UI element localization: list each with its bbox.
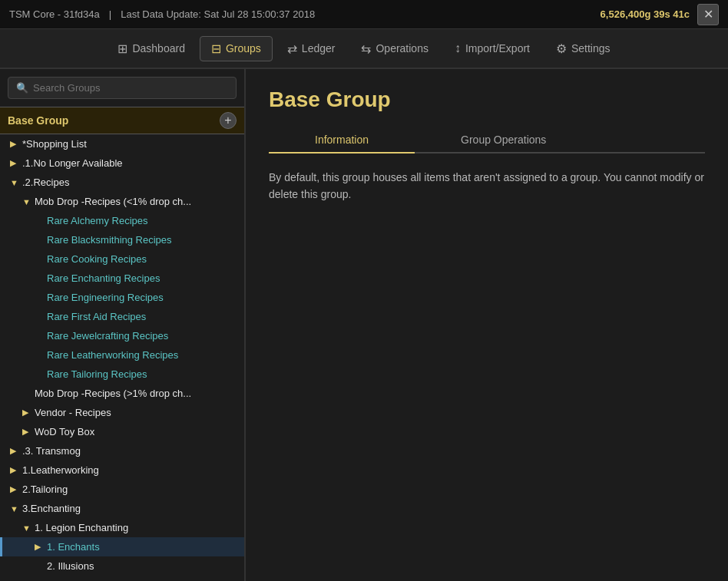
label-enchants: 1. Enchants [47,541,100,553]
tree-item-enchanting[interactable]: ▼3.Enchanting [0,499,244,518]
navbar: ⊞ Dashboard⊟ Groups⇄ Ledger⇆ Operations↕… [0,29,728,69]
tree-item-illusions[interactable]: 2. Illusions [0,556,244,576]
ledger-nav-icon: ⇄ [287,41,297,56]
toggle-enchants: ▶ [35,542,44,552]
toggle-transmog: ▶ [10,446,19,456]
tree-item-rare-cooking[interactable]: Rare Cooking Recipes [0,249,244,269]
label-shopping-list: *Shopping List [22,138,87,150]
tree-item-rare-blacksmithing[interactable]: Rare Blacksmithing Recipes [0,230,244,249]
tree-item-rare-alchemy[interactable]: Rare Alchemy Recipes [0,211,244,230]
label-rare-jewelcrafting: Rare Jewelcrafting Recipes [47,330,168,342]
titlebar: TSM Core - 31fd34a | Last Data Update: S… [0,0,728,29]
nav-item-ledger[interactable]: ⇄ Ledger [276,36,347,61]
label-mob-drop-recipes-2: Mob Drop -Recipes (>1% drop ch... [35,388,191,399]
search-icon: 🔍 [16,82,28,94]
toggle-tailoring: ▶ [10,484,19,494]
label-rare-first-aid: Rare First Aid Recipes [47,311,146,322]
sidebar-header: Base Group + [0,107,244,134]
sidebar: 🔍 Base Group + ▶*Shopping List▶.1.No Lon… [0,69,246,581]
label-rare-tailoring: Rare Tailoring Recipes [47,368,147,380]
tree-item-legion-enchanting[interactable]: ▼1. Legion Enchanting [0,518,244,537]
label-recipes: .2.Recipes [22,177,69,188]
main-layout: 🔍 Base Group + ▶*Shopping List▶.1.No Lon… [0,69,728,581]
tree-item-enchants[interactable]: ▶1. Enchants [0,537,244,556]
nav-item-operations[interactable]: ⇆ Operations [349,36,439,61]
label-rare-leatherworking: Rare Leatherworking Recipes [47,349,178,361]
tree-item-shopping-list[interactable]: ▶*Shopping List [0,134,244,154]
ledger-nav-label: Ledger [302,42,336,54]
search-input[interactable] [33,82,228,94]
toggle-leatherworking: ▶ [10,465,19,475]
tree-item-rare-first-aid[interactable]: Rare First Aid Recipes [0,307,244,326]
groups-nav-label: Groups [226,42,261,54]
titlebar-left: TSM Core - 31fd34a | Last Data Update: S… [9,8,315,20]
tree-item-transmog[interactable]: ▶.3. Transmog [0,441,244,461]
toggle-vendor-recipes: ▶ [22,408,31,418]
toggle-no-longer-available: ▶ [10,158,19,168]
toggle-shopping-list: ▶ [10,139,19,149]
operations-nav-label: Operations [376,42,428,54]
nav-item-settings[interactable]: ⚙ Settings [544,36,622,61]
tree-item-rare-leatherworking[interactable]: Rare Leatherworking Recipes [0,345,244,365]
titlebar-separator: | [109,8,111,20]
currency-display: 6,526,400g 39s 41c [601,8,690,20]
tab-group-operations[interactable]: Group Operations [415,127,592,154]
toggle-enchanting: ▼ [10,504,19,513]
label-vendor-recipes: Vendor - Recipes [35,407,111,418]
content-tabs: InformationGroup Operations [269,127,705,154]
add-group-button[interactable]: + [220,112,237,129]
tree-item-vendor-recipes[interactable]: ▶Vendor - Recipes [0,403,244,422]
last-update: Last Data Update: Sat Jul 28 15:00:37 20… [121,8,315,20]
tree-item-mob-drop-recipes-1[interactable]: ▼Mob Drop -Recipes (<1% drop ch... [0,192,244,211]
nav-item-import-export[interactable]: ↕ Import/Export [443,36,541,61]
label-illusions: 2. Illusions [47,560,94,572]
label-rare-enchanting: Rare Enchanting Recipes [47,272,160,284]
dashboard-nav-label: Dashboard [132,42,185,54]
tree-item-tailoring[interactable]: ▶2.Tailoring [0,480,244,499]
tree-item-rare-tailoring[interactable]: Rare Tailoring Recipes [0,365,244,384]
label-rare-cooking: Rare Cooking Recipes [47,253,147,265]
tree-item-wod-toy-box[interactable]: ▶WoD Toy Box [0,422,244,441]
import-export-nav-label: Import/Export [465,42,530,54]
tree-item-relics[interactable]: 3. Relics for Artifact Weapon [0,576,244,581]
label-enchanting: 3.Enchanting [22,503,81,514]
close-button[interactable]: ✕ [697,4,719,25]
search-box[interactable]: 🔍 [8,77,237,99]
tree-item-leatherworking[interactable]: ▶1.Leatherworking [0,461,244,480]
label-legion-enchanting: 1. Legion Enchanting [35,522,128,533]
tree-item-mob-drop-recipes-2[interactable]: Mob Drop -Recipes (>1% drop ch... [0,384,244,403]
dashboard-nav-icon: ⊞ [117,41,127,56]
label-rare-engineering: Rare Engineering Recipes [47,292,164,303]
label-leatherworking: 1.Leatherworking [22,464,99,476]
content-area: Base Group InformationGroup Operations B… [246,69,728,581]
nav-item-dashboard[interactable]: ⊞ Dashboard [106,36,197,61]
import-export-nav-icon: ↕ [455,41,461,55]
app-name: TSM Core - 31fd34a [9,8,100,20]
tree-item-rare-jewelcrafting[interactable]: Rare Jewelcrafting Recipes [0,326,244,345]
groups-nav-icon: ⊟ [211,41,221,56]
toggle-legion-enchanting: ▼ [22,523,31,533]
tree-item-rare-engineering[interactable]: Rare Engineering Recipes [0,288,244,307]
label-tailoring: 2.Tailoring [22,484,68,495]
label-rare-blacksmithing: Rare Blacksmithing Recipes [47,234,172,246]
titlebar-right: 6,526,400g 39s 41c ✕ [601,4,719,25]
content-title: Base Group [269,87,705,112]
tree-item-recipes[interactable]: ▼.2.Recipes [0,173,244,192]
sidebar-header-title: Base Group [8,114,68,127]
toggle-wod-toy-box: ▶ [22,427,31,437]
tree-item-rare-enchanting[interactable]: Rare Enchanting Recipes [0,269,244,288]
label-no-longer-available: .1.No Longer Available [22,157,123,169]
nav-item-groups[interactable]: ⊟ Groups [200,36,273,61]
label-mob-drop-recipes-1: Mob Drop -Recipes (<1% drop ch... [35,196,191,207]
content-body: By default, this group houses all items … [269,169,705,203]
toggle-mob-drop-recipes-1: ▼ [22,197,31,206]
settings-nav-icon: ⚙ [556,41,567,56]
label-wod-toy-box: WoD Toy Box [35,426,94,437]
label-transmog: .3. Transmog [22,445,81,457]
group-tree: ▶*Shopping List▶.1.No Longer Available▼.… [0,134,244,581]
tab-information[interactable]: Information [269,127,415,154]
toggle-recipes: ▼ [10,178,19,187]
tree-item-no-longer-available[interactable]: ▶.1.No Longer Available [0,154,244,173]
operations-nav-icon: ⇆ [361,41,371,56]
label-rare-alchemy: Rare Alchemy Recipes [47,215,148,226]
